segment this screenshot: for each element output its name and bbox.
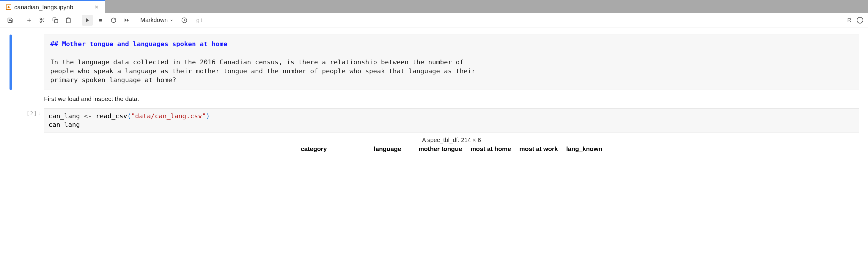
col-header: most at home bbox=[471, 145, 511, 153]
notebook-area: ## Mother tongue and languages spoken at… bbox=[0, 27, 868, 163]
col-header: category bbox=[301, 145, 366, 153]
chevron-down-icon bbox=[169, 18, 174, 22]
code-editor[interactable]: can_lang <- read_csv("data/can_lang.csv"… bbox=[44, 108, 859, 133]
markdown-cell[interactable]: ## Mother tongue and languages spoken at… bbox=[0, 34, 868, 90]
md-body-line: In the language data collected in the 20… bbox=[50, 58, 853, 67]
run-button[interactable] bbox=[82, 15, 93, 26]
notebook-icon bbox=[6, 4, 11, 10]
copy-button[interactable] bbox=[50, 15, 61, 26]
col-header: mother tongue bbox=[418, 145, 462, 153]
cell-gutter bbox=[0, 93, 44, 105]
cell-output: A spec_tbl_df: 214 × 6 category language… bbox=[44, 133, 859, 153]
checkpoint-button[interactable] bbox=[179, 15, 190, 26]
close-icon[interactable]: × bbox=[92, 3, 101, 11]
notebook-tab[interactable]: canadian_langs.ipynb × bbox=[0, 1, 105, 13]
svg-rect-8 bbox=[67, 18, 69, 19]
rendered-text: First we load and inspect the data: bbox=[44, 93, 859, 105]
svg-rect-7 bbox=[55, 19, 58, 23]
selection-indicator bbox=[9, 34, 12, 90]
cell-type-select[interactable]: Markdown bbox=[140, 17, 174, 24]
markdown-editor[interactable]: ## Mother tongue and languages spoken at… bbox=[44, 34, 859, 90]
col-header: most at work bbox=[519, 145, 558, 153]
run-all-button[interactable] bbox=[121, 15, 132, 26]
rendered-markdown-cell[interactable]: First we load and inspect the data: bbox=[0, 93, 868, 105]
cell-gutter bbox=[0, 34, 44, 90]
svg-marker-12 bbox=[127, 19, 129, 22]
svg-line-6 bbox=[41, 19, 42, 20]
save-button[interactable] bbox=[5, 15, 16, 26]
svg-point-2 bbox=[40, 18, 42, 19]
col-header: language bbox=[374, 145, 410, 153]
toolbar: Markdown git R bbox=[0, 13, 868, 27]
svg-point-3 bbox=[40, 21, 42, 22]
restart-button[interactable] bbox=[108, 15, 119, 26]
md-heading: ## Mother tongue and languages spoken at… bbox=[50, 39, 853, 49]
table-description: A spec_tbl_df: 214 × 6 bbox=[44, 137, 859, 143]
col-header: lang_known bbox=[566, 145, 602, 153]
kernel-name[interactable]: R bbox=[847, 17, 851, 24]
paste-button[interactable] bbox=[63, 15, 74, 26]
execution-prompt: [2]: bbox=[27, 110, 41, 116]
svg-line-5 bbox=[43, 21, 44, 22]
cut-button[interactable] bbox=[37, 15, 48, 26]
git-label[interactable]: git bbox=[196, 17, 202, 24]
svg-marker-9 bbox=[86, 18, 89, 22]
md-body-line: people who speak a language as their mot… bbox=[50, 67, 853, 76]
cell-gutter: [2]: bbox=[0, 108, 44, 153]
add-cell-button[interactable] bbox=[24, 15, 34, 26]
kernel-status-icon[interactable] bbox=[857, 17, 863, 24]
svg-marker-11 bbox=[125, 19, 127, 22]
jupyter-window: canadian_langs.ipynb × bbox=[0, 0, 868, 163]
code-cell[interactable]: [2]: can_lang <- read_csv("data/can_lang… bbox=[0, 108, 868, 153]
stop-button[interactable] bbox=[95, 15, 106, 26]
tab-title: canadian_langs.ipynb bbox=[14, 4, 89, 11]
svg-rect-10 bbox=[99, 19, 102, 21]
cell-type-label: Markdown bbox=[140, 17, 168, 24]
table-header-row: category language mother tongue most at … bbox=[44, 145, 859, 153]
md-body-line: primary spoken language at home? bbox=[50, 76, 853, 85]
tab-strip: canadian_langs.ipynb × bbox=[0, 0, 868, 13]
